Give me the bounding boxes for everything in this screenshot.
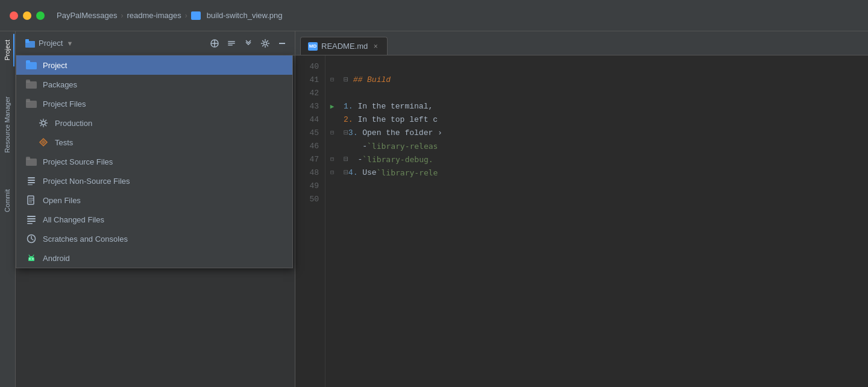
editor-tab-label: README.md	[321, 42, 368, 51]
project-files-folder-icon	[26, 98, 37, 109]
sidebar-tab-project[interactable]: Project	[1, 34, 14, 66]
svg-rect-22	[26, 157, 30, 160]
svg-rect-24	[28, 180, 35, 181]
svg-rect-33	[27, 221, 36, 222]
sidebar-tabs: Project Resource Manager Commit	[0, 31, 16, 387]
dropdown-item-packages-label: Packages	[43, 80, 77, 89]
locate-icon[interactable]	[208, 37, 221, 50]
maximize-button[interactable]	[36, 11, 45, 20]
panel-dropdown-arrow[interactable]: ▼	[66, 40, 73, 47]
editor-tabs-bar: MD README.md ×	[295, 31, 868, 55]
code-line-50	[344, 193, 868, 206]
code-line-44: 2. In the top left c	[344, 113, 868, 127]
dropdown-item-open-files[interactable]: Open Files	[16, 190, 292, 210]
dropdown-item-non-source-label: Project Non-Source Files	[43, 177, 130, 186]
breadcrumb-sep-2: ›	[185, 11, 187, 20]
close-panel-icon[interactable]	[275, 37, 289, 50]
dropdown-item-all-changed-files[interactable]: All Changed Files	[16, 210, 292, 229]
android-icon	[26, 253, 37, 263]
dropdown-item-android-label: Android	[43, 254, 70, 263]
code-content[interactable]: ⊟ ## Build 1. In the terminal, 2. In the…	[339, 55, 868, 387]
file-type-icon	[191, 11, 201, 20]
dropdown-item-tests[interactable]: Tests	[16, 133, 292, 152]
open-files-icon	[26, 195, 37, 206]
breadcrumb-project[interactable]: PayPalMessages	[57, 11, 117, 20]
non-source-files-icon	[26, 175, 37, 186]
svg-rect-8	[228, 43, 235, 44]
sidebar-tab-resource-manager[interactable]: Resource Manager	[1, 90, 14, 159]
svg-rect-13	[26, 60, 30, 63]
dropdown-item-project-files-label: Project Files	[43, 99, 86, 109]
dropdown-item-android[interactable]: Android	[16, 248, 292, 268]
run-arrow-icon[interactable]: ▶	[327, 100, 338, 113]
dropdown-item-project-label: Project	[43, 61, 67, 70]
svg-rect-34	[27, 223, 33, 224]
svg-point-18	[42, 121, 45, 125]
toolbar-icons	[208, 37, 289, 50]
packages-folder-icon	[26, 79, 37, 90]
project-folder-icon	[25, 39, 35, 48]
svg-point-6	[214, 42, 216, 44]
production-settings-icon	[38, 118, 49, 128]
dropdown-item-tests-label: Tests	[55, 138, 73, 147]
breadcrumb-sep-1: ›	[121, 11, 123, 20]
code-line-49	[344, 180, 868, 193]
editor-tab-close[interactable]: ×	[371, 42, 380, 51]
dropdown-item-production-label: Production	[55, 119, 92, 128]
svg-line-38	[29, 255, 30, 256]
expand-all-icon[interactable]	[242, 37, 255, 50]
code-line-48: ⊟4. Use `library-rele	[344, 166, 868, 180]
svg-point-36	[30, 259, 31, 260]
svg-rect-2	[25, 39, 29, 42]
dropdown-item-project-non-source-files[interactable]: Project Non-Source Files	[16, 171, 292, 190]
svg-point-37	[33, 259, 34, 260]
dropdown-item-all-changed-label: All Changed Files	[43, 215, 104, 224]
line-numbers: 40 41 42 43 44 45 46 47 48 49 50	[295, 55, 326, 387]
dropdown-item-packages[interactable]: Packages	[16, 75, 292, 94]
project-panel: Project ▼	[16, 31, 295, 387]
editor-area: MD README.md × 40 41 42 43 44 45 46 47 4…	[295, 31, 868, 387]
svg-rect-15	[26, 80, 30, 83]
settings-icon[interactable]	[259, 37, 272, 50]
project-source-folder-icon	[26, 156, 37, 167]
sidebar-tab-commit[interactable]: Commit	[1, 183, 14, 218]
code-line-41: ⊟ ## Build	[344, 74, 868, 87]
editor-tab-readme[interactable]: MD README.md ×	[300, 37, 388, 55]
tests-diamond-icon	[38, 137, 49, 148]
svg-rect-17	[26, 99, 30, 102]
dropdown-item-project-source-files-label: Project Source Files	[43, 157, 113, 166]
svg-point-10	[264, 42, 267, 45]
svg-line-39	[33, 255, 34, 256]
scroll-to-icon[interactable]	[225, 37, 238, 50]
code-line-46: - `library-releas	[344, 140, 868, 153]
minimize-button[interactable]	[23, 11, 31, 20]
svg-rect-9	[228, 45, 233, 46]
panel-dropdown-menu[interactable]: Project Packages	[16, 55, 293, 268]
panel-title-button[interactable]: Project ▼	[22, 37, 77, 50]
svg-rect-32	[27, 218, 36, 219]
traffic-lights	[10, 11, 45, 20]
code-line-47: ⊟ - `library-debug.	[344, 153, 868, 166]
code-editor: 40 41 42 43 44 45 46 47 48 49 50 ⊟ ▶ ⊟	[295, 55, 868, 387]
breadcrumb-folder[interactable]: readme-images	[127, 11, 181, 20]
svg-rect-31	[27, 216, 36, 217]
scratches-clock-icon	[26, 233, 37, 244]
svg-rect-26	[28, 184, 33, 185]
code-line-45: ⊟3. Open the folder ›	[344, 127, 868, 140]
dropdown-item-project-source-files[interactable]: Project Source Files	[16, 152, 292, 171]
titlebar: PayPalMessages › readme-images › build-s…	[0, 0, 868, 31]
changed-files-icon	[26, 214, 37, 225]
close-button[interactable]	[10, 11, 18, 20]
dropdown-item-scratches[interactable]: Scratches and Consoles	[16, 229, 292, 248]
code-line-43: 1. In the terminal,	[344, 100, 868, 113]
dropdown-item-open-files-label: Open Files	[43, 196, 81, 205]
dropdown-item-project[interactable]: Project	[16, 55, 292, 75]
breadcrumb-file[interactable]: build-switch_view.png	[207, 11, 283, 20]
svg-rect-7	[228, 41, 235, 42]
folder-blue-icon	[26, 60, 37, 71]
main-area: Project Resource Manager Commit Project	[0, 31, 868, 387]
dropdown-item-scratches-label: Scratches and Consoles	[43, 234, 128, 244]
code-line-42	[344, 87, 868, 100]
dropdown-item-project-files[interactable]: Project Files	[16, 94, 292, 113]
dropdown-item-production[interactable]: Production	[16, 113, 292, 133]
